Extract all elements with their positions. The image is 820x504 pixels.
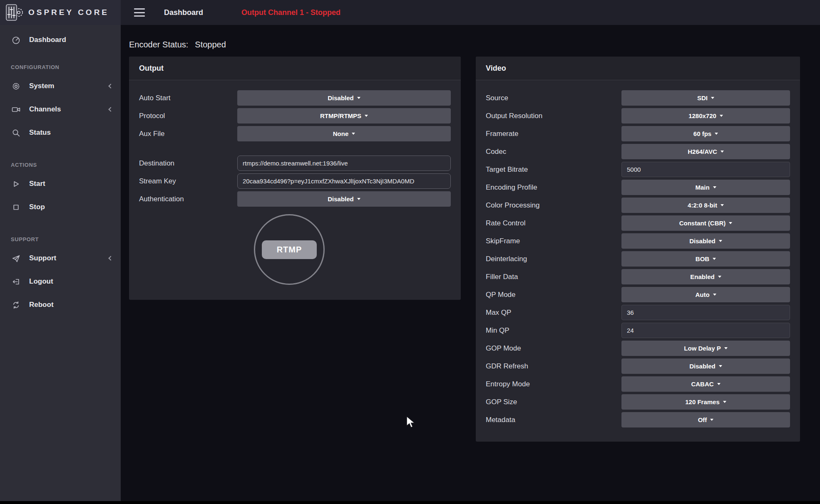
rate-control-select[interactable]: Constant (CBR) [621,215,790,231]
output-resolution-select[interactable]: 1280x720 [621,108,790,124]
send-icon [11,254,21,263]
dropdown-caret-icon [720,115,723,117]
stop-icon [11,203,21,212]
filler-data-select[interactable]: Enabled [621,269,790,284]
entropy-mode-select[interactable]: CABAC [621,376,790,392]
field-label: Auto Start [139,94,237,102]
color-processing-select[interactable]: 4:2:0 8-bit [621,198,790,213]
field-label: Min QP [486,326,621,335]
auto-start-select[interactable]: Disabled [237,90,451,106]
sidebar-item-status[interactable]: Status [0,121,121,144]
form-row: Authentication Disabled [139,191,451,207]
codec-select[interactable]: H264/AVC [621,144,790,159]
form-row: Destination [139,156,451,171]
row-spacer [139,144,451,156]
field-label: Framerate [486,130,621,138]
gauge-icon [11,36,21,44]
form-row: Auto Start Disabled [139,90,451,106]
form-row: Source SDI [486,90,790,106]
select-value: Auto [695,291,709,298]
logout-icon [11,277,21,286]
form-row: Color Processing 4:2:0 8-bit [486,198,790,213]
gear-icon [11,82,21,91]
deinterlacing-select[interactable]: BOB [621,251,790,267]
source-select[interactable]: SDI [621,90,790,106]
dropdown-caret-icon [710,419,713,421]
stream-key-input[interactable] [237,173,451,189]
form-row: Max QP [486,305,790,320]
target-bitrate-input[interactable] [621,162,790,177]
sidebar-item-channels[interactable]: Channels [0,98,121,121]
field-label: Encoding Profile [486,183,621,192]
dropdown-caret-icon [365,115,368,117]
min-qp-input[interactable] [621,323,790,338]
select-value: Low Delay P [684,345,721,352]
dropdown-caret-icon [713,186,716,188]
field-label: Entropy Mode [486,380,621,388]
sidebar-item-reboot[interactable]: Reboot [0,293,121,316]
protocol-select[interactable]: RTMP/RTMPS [237,108,451,124]
field-label: Output Resolution [486,112,621,120]
dropdown-caret-icon [713,294,716,296]
topnav-dashboard-link[interactable]: Dashboard [164,8,203,17]
panel-title: Video [486,64,506,73]
select-value: 60 fps [693,130,711,137]
video-panel-body: Source SDI Output Resolution 1280x720 Fr… [476,80,800,440]
encoder-status-value: Stopped [195,40,226,49]
select-value: Disabled [689,363,716,370]
select-value: SDI [697,94,708,101]
sidebar-item-start[interactable]: Start [0,172,121,195]
sidebar-item-label: Stop [29,203,45,211]
sidebar-item-logout[interactable]: Logout [0,270,121,293]
dropdown-caret-icon [711,97,714,99]
search-icon [11,128,21,137]
field-label: Codec [486,148,621,156]
reboot-icon [11,301,21,309]
sidebar-item-label: Support [29,254,56,262]
form-row: GOP Mode Low Delay P [486,341,790,356]
field-label: SkipFrame [486,237,621,245]
select-value: Disabled [328,94,354,101]
form-row: Stream Key [139,173,451,189]
dropdown-caret-icon [352,133,355,135]
dropdown-caret-icon [729,222,732,224]
aux-file-select[interactable]: None [237,126,451,141]
dropdown-caret-icon [721,151,724,153]
field-label: Metadata [486,416,621,424]
sidebar-section-support: SUPPORT [0,236,121,242]
topnav-channel-status[interactable]: Output Channel 1 - Stopped [241,8,340,17]
authentication-select[interactable]: Disabled [237,191,451,207]
brand-logo: OSPREY CORE [0,0,121,25]
dropdown-caret-icon [719,240,722,242]
select-value: Enabled [690,273,714,280]
sidebar-item-system[interactable]: System [0,74,121,98]
chevron-left-icon [108,107,113,111]
panel-title: Output [139,64,164,73]
field-label: QP Mode [486,291,621,299]
video-camera-icon [11,105,21,114]
sidebar-item-dashboard[interactable]: Dashboard [0,28,121,52]
destination-input[interactable] [237,156,451,171]
rtmp-badge-label: RTMP [262,240,317,259]
qp-mode-select[interactable]: Auto [621,287,790,302]
metadata-select[interactable]: Off [621,412,790,427]
osprey-logo-icon [5,4,24,21]
sidebar-item-support[interactable]: Support [0,247,121,270]
skipframe-select[interactable]: Disabled [621,233,790,249]
field-label: Target Bitrate [486,166,621,174]
sidebar-item-stop[interactable]: Stop [0,195,121,219]
select-value: Main [695,184,709,191]
encoding-profile-select[interactable]: Main [621,180,790,195]
gdr-refresh-select[interactable]: Disabled [621,358,790,374]
encoder-status: Encoder Status: Stopped [129,40,226,49]
framerate-select[interactable]: 60 fps [621,126,790,141]
hamburger-menu-icon[interactable] [134,8,145,17]
chevron-left-icon [108,84,113,88]
gop-size-select[interactable]: 120 Frames [621,394,790,410]
field-label: Stream Key [139,177,237,185]
field-label: Destination [139,159,237,168]
dropdown-caret-icon [723,401,726,403]
max-qp-input[interactable] [621,305,790,320]
form-row: Min QP [486,323,790,338]
gop-mode-select[interactable]: Low Delay P [621,341,790,356]
